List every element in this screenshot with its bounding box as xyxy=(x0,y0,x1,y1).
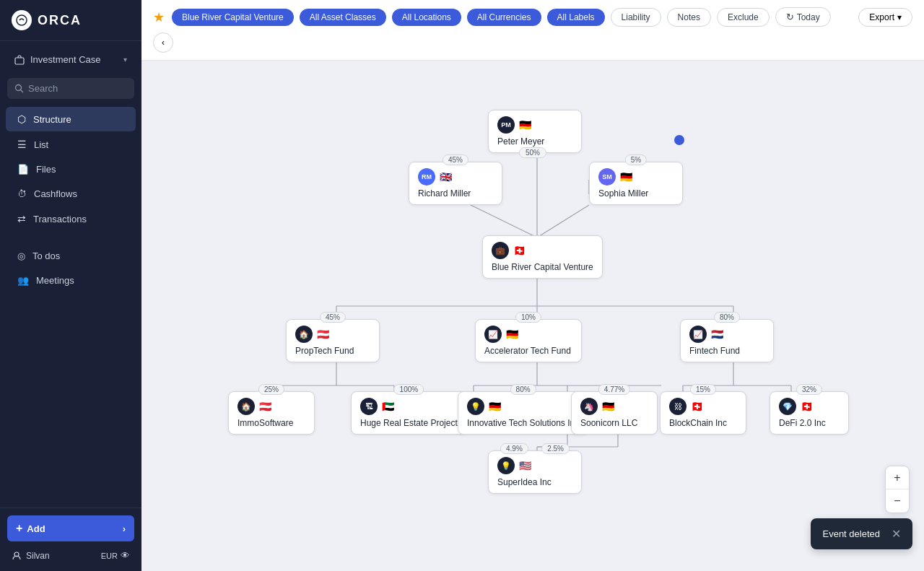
soonicorn-pct: 4.77% xyxy=(598,384,630,395)
sidebar-item-label: Transactions xyxy=(33,214,87,225)
sidebar: ORCA Investment Case ▾ Search ⬡ Structur… xyxy=(0,0,141,571)
filter-entity[interactable]: Blue River Capital Venture xyxy=(172,9,294,26)
star-icon[interactable]: ★ xyxy=(153,9,165,25)
collapse-sidebar-button[interactable]: ‹ xyxy=(153,32,173,53)
fintech-pct: 80% xyxy=(714,312,740,323)
fintech-flag: 🇳🇱 xyxy=(711,328,723,340)
node-blockchain[interactable]: ⛓ 🇨🇭 BlockChain Inc 15% xyxy=(660,391,746,435)
search-box[interactable]: Search xyxy=(7,78,134,99)
zoom-in-button[interactable]: + xyxy=(886,466,909,489)
proptech-icon: 🏠 xyxy=(295,326,313,343)
fintech-name: Fintech Fund xyxy=(689,346,764,356)
superidea-name: SuperIdea Inc xyxy=(497,477,572,487)
superidea-flag: 🇺🇸 xyxy=(519,460,531,471)
orca-logo-icon xyxy=(12,10,32,30)
filter-currency[interactable]: All Currencies xyxy=(467,9,541,26)
export-button[interactable]: Export ▾ xyxy=(858,8,912,27)
defi-flag: 🇨🇭 xyxy=(801,401,813,412)
immo-flag: 🇦🇹 xyxy=(259,401,271,412)
search-placeholder: Search xyxy=(28,83,58,94)
toast-close-button[interactable]: ✕ xyxy=(892,527,901,541)
sidebar-item-label: Structure xyxy=(33,114,71,125)
svg-line-9 xyxy=(537,205,589,237)
soonicorn-icon: 🦄 xyxy=(580,398,598,415)
meetings-icon: 👥 xyxy=(17,275,29,286)
sidebar-item-label: List xyxy=(34,139,48,150)
accelerator-pct: 10% xyxy=(515,312,541,323)
refresh-icon: ↻ xyxy=(786,12,794,22)
node-accelerator[interactable]: 📈 🇩🇪 Accelerator Tech Fund 10% xyxy=(475,319,582,362)
today-button[interactable]: ↻ Today xyxy=(775,7,831,27)
username: Silvan xyxy=(26,551,50,561)
proptech-flag: 🇦🇹 xyxy=(317,328,329,340)
immo-icon: 🏠 xyxy=(237,398,255,415)
richard-miller-flag: 🇬🇧 xyxy=(440,171,452,183)
sidebar-item-todos[interactable]: ◎ To dos xyxy=(6,244,136,268)
add-button[interactable]: + Add › xyxy=(7,515,134,541)
richard-miller-name: Richard Miller xyxy=(418,188,493,199)
chevron-right-icon: › xyxy=(123,523,126,534)
fintech-icon: 📈 xyxy=(689,326,707,343)
filter-location[interactable]: All Locations xyxy=(392,9,461,26)
node-innovative[interactable]: 💡 🇩🇪 Innovative Tech Solutions Inc 80% xyxy=(458,391,588,435)
sidebar-item-structure[interactable]: ⬡ Structure xyxy=(6,107,136,131)
sidebar-item-cashflows[interactable]: ⏱ Cashflows xyxy=(6,182,136,206)
proptech-pct: 45% xyxy=(320,312,346,323)
sidebar-item-files[interactable]: 📄 Files xyxy=(6,157,136,181)
sidebar-item-label: Files xyxy=(36,164,56,175)
chevron-down-icon: ▾ xyxy=(897,12,902,22)
blue-river-name: Blue River Capital Venture xyxy=(492,262,593,272)
transactions-icon: ⇄ xyxy=(17,213,26,225)
huge-real-name: Huge Real Estate Project xyxy=(360,418,458,428)
peter-meyer-flag: 🇩🇪 xyxy=(519,119,531,131)
superidea-pct1: 4.9% xyxy=(500,443,528,454)
defi-icon: 💎 xyxy=(779,398,796,415)
exclude-button[interactable]: Exclude xyxy=(717,8,770,27)
node-defi[interactable]: 💎 🇨🇭 DeFi 2.0 Inc 32% xyxy=(770,391,849,435)
main-content: ★ Blue River Capital Venture All Asset C… xyxy=(141,0,924,571)
liability-button[interactable]: Liability xyxy=(611,8,661,27)
sophia-miller-pct: 5% xyxy=(625,154,647,165)
node-fintech[interactable]: 📈 🇳🇱 Fintech Fund 80% xyxy=(680,319,774,362)
node-sophia-miller[interactable]: SM 🇩🇪 Sophia Miller 5% xyxy=(589,162,683,205)
blue-river-icon: 💼 xyxy=(492,242,509,259)
selection-indicator xyxy=(674,135,684,145)
innovative-icon: 💡 xyxy=(467,398,484,415)
proptech-name: PropTech Fund xyxy=(295,346,370,356)
investment-case-button[interactable]: Investment Case ▾ xyxy=(7,48,134,71)
node-immo[interactable]: 🏠 🇦🇹 ImmoSoftware 25% xyxy=(228,391,315,435)
superidea-pct2: 2.5% xyxy=(541,443,570,454)
sidebar-item-transactions[interactable]: ⇄ Transactions xyxy=(6,206,136,231)
blockchain-icon: ⛓ xyxy=(669,398,687,415)
node-richard-miller[interactable]: RM 🇬🇧 Richard Miller 45% xyxy=(409,162,502,205)
node-blue-river[interactable]: 💼 🇨🇭 Blue River Capital Venture xyxy=(482,235,603,279)
add-label: Add xyxy=(27,523,45,534)
blockchain-pct: 15% xyxy=(690,384,716,395)
node-proptech[interactable]: 🏠 🇦🇹 PropTech Fund 45% xyxy=(286,319,380,362)
structure-icon: ⬡ xyxy=(17,113,26,125)
sophia-miller-flag: 🇩🇪 xyxy=(620,171,632,183)
node-superidea[interactable]: 💡 🇺🇸 SuperIdea Inc 4.9% 2.5% xyxy=(488,450,582,494)
svg-point-0 xyxy=(17,15,27,25)
topbar: ★ Blue River Capital Venture All Asset C… xyxy=(141,0,924,61)
logo-area: ORCA xyxy=(0,0,141,41)
svg-rect-1 xyxy=(15,58,24,64)
node-huge-real[interactable]: 🏗 🇦🇪 Huge Real Estate Project 100% xyxy=(351,391,467,435)
sidebar-item-meetings[interactable]: 👥 Meetings xyxy=(6,269,136,292)
list-icon: ☰ xyxy=(17,139,27,150)
chevron-down-icon: ▾ xyxy=(123,56,127,64)
toast-message: Event deleted xyxy=(822,528,880,539)
filter-labels[interactable]: All Labels xyxy=(547,9,605,26)
accelerator-flag: 🇩🇪 xyxy=(506,328,518,340)
notes-button[interactable]: Notes xyxy=(667,8,711,27)
node-peter-meyer[interactable]: PM 🇩🇪 Peter Meyer xyxy=(488,110,582,153)
zoom-out-button[interactable]: − xyxy=(886,489,909,513)
canvas: PM 🇩🇪 Peter Meyer 50% RM 🇬🇧 Richard Mill… xyxy=(141,61,924,571)
cashflows-icon: ⏱ xyxy=(17,188,27,199)
sidebar-item-list[interactable]: ☰ List xyxy=(6,132,136,157)
node-soonicorn[interactable]: 🦄 🇩🇪 Soonicorn LLC 4.77% xyxy=(571,391,658,435)
zoom-controls: + − xyxy=(885,466,910,513)
eye-icon[interactable]: 👁 xyxy=(121,550,130,561)
filter-asset-class[interactable]: All Asset Classes xyxy=(300,9,386,26)
immo-name: ImmoSoftware xyxy=(237,418,305,428)
